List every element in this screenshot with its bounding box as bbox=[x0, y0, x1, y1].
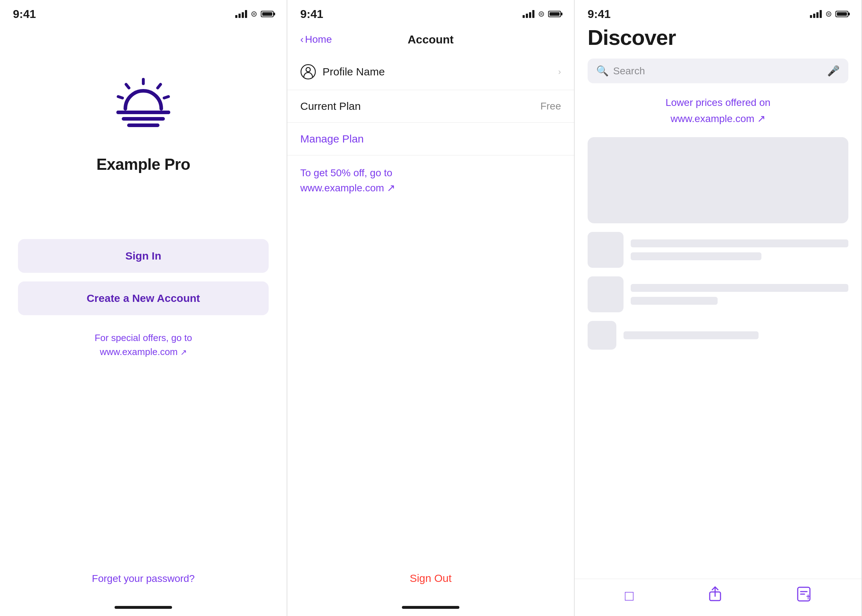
wifi-icon: ⊜ bbox=[825, 9, 832, 19]
external-link-icon: ↗ bbox=[387, 182, 395, 193]
search-bar[interactable]: 🔍 Search 🎤 bbox=[588, 58, 848, 83]
skeleton-thumbnail-sm bbox=[588, 321, 616, 350]
lower-prices-text: Lower prices offered onwww.example.com ↗ bbox=[665, 97, 771, 124]
current-plan-row: Current Plan Free bbox=[287, 90, 574, 123]
search-input[interactable]: Search bbox=[613, 65, 823, 77]
sign-out-button[interactable]: Sign Out bbox=[403, 565, 459, 592]
skeleton-line-short bbox=[631, 252, 761, 260]
skeleton-thumbnail bbox=[588, 277, 623, 312]
logo-container: Example Pro bbox=[96, 25, 190, 239]
login-screen: 9:41 ⊜ bbox=[0, 0, 287, 616]
signin-button[interactable]: Sign In bbox=[18, 239, 269, 273]
discover-screen: 9:41 ⊜ Discover 🔍 Search 🎤 Lower prices … bbox=[575, 0, 862, 616]
battery-icon bbox=[261, 11, 274, 17]
current-plan-value: Free bbox=[540, 101, 561, 112]
lower-prices-link[interactable]: Lower prices offered onwww.example.com ↗ bbox=[588, 95, 848, 127]
profile-name-label: Profile Name bbox=[322, 66, 385, 78]
svg-line-4 bbox=[118, 97, 123, 98]
status-icons: ⊜ bbox=[522, 9, 561, 19]
status-bar: 9:41 ⊜ bbox=[575, 0, 861, 25]
nav-back-button[interactable]: ‹ Home bbox=[300, 34, 332, 45]
profile-name-left: Profile Name bbox=[300, 64, 385, 80]
app-title: Example Pro bbox=[96, 156, 190, 173]
home-indicator bbox=[402, 606, 459, 609]
nav-back-label: Home bbox=[305, 34, 332, 45]
current-plan-label: Current Plan bbox=[300, 100, 360, 112]
person-icon bbox=[300, 64, 316, 80]
discount-section[interactable]: To get 50% off, go towww.example.com ↗ bbox=[287, 156, 574, 206]
login-content: Example Pro Sign In Create a New Account… bbox=[0, 25, 286, 616]
svg-point-11 bbox=[306, 68, 310, 72]
home-indicator bbox=[115, 606, 172, 609]
status-time: 9:41 bbox=[300, 8, 323, 21]
tab-bar: □ bbox=[575, 579, 861, 616]
nav-bar: ‹ Home Account bbox=[287, 25, 574, 54]
battery-icon bbox=[548, 11, 561, 17]
status-time: 9:41 bbox=[588, 8, 610, 21]
buttons-area: Sign In Create a New Account bbox=[18, 239, 269, 331]
special-offer-text: For special offers, go towww.example.com… bbox=[94, 332, 192, 357]
microphone-icon[interactable]: 🎤 bbox=[827, 65, 840, 77]
skeleton-lines bbox=[623, 332, 848, 339]
discover-content: Discover 🔍 Search 🎤 Lower prices offered… bbox=[575, 25, 861, 579]
app-logo bbox=[107, 77, 179, 141]
status-bar: 9:41 ⊜ bbox=[0, 0, 286, 25]
status-icons: ⊜ bbox=[235, 9, 274, 19]
skeleton-line-full bbox=[631, 239, 848, 247]
status-bar: 9:41 ⊜ bbox=[287, 0, 574, 25]
status-time: 9:41 bbox=[13, 8, 36, 21]
skeleton-thumbnail bbox=[588, 232, 623, 268]
svg-line-2 bbox=[126, 84, 129, 88]
skeleton-row-2 bbox=[588, 277, 848, 312]
skeleton-row-1 bbox=[588, 232, 848, 268]
skeleton-lines bbox=[631, 284, 848, 305]
skeleton-lines bbox=[631, 239, 848, 260]
discount-text: To get 50% off, go towww.example.com ↗ bbox=[300, 167, 395, 193]
account-list: Profile Name › Current Plan Free Manage … bbox=[287, 54, 574, 565]
external-link-icon: ↗ bbox=[180, 348, 187, 357]
skeleton-card-large bbox=[588, 137, 848, 223]
signal-icon bbox=[522, 10, 535, 18]
svg-line-3 bbox=[164, 97, 168, 98]
edit-tab-icon[interactable] bbox=[797, 586, 811, 605]
chevron-right-icon: › bbox=[558, 67, 561, 77]
forgot-password-text: Forget your password? bbox=[92, 573, 195, 584]
skeleton-line-shorter bbox=[631, 297, 717, 305]
wifi-icon: ⊜ bbox=[251, 9, 257, 19]
svg-line-1 bbox=[158, 84, 160, 88]
special-offer-link[interactable]: For special offers, go towww.example.com… bbox=[94, 331, 192, 359]
sign-out-area: Sign Out bbox=[287, 565, 574, 606]
forgot-password-link[interactable]: Forget your password? bbox=[92, 573, 195, 585]
nav-title: Account bbox=[407, 33, 454, 46]
account-screen: 9:41 ⊜ ‹ Home Account bbox=[287, 0, 575, 616]
battery-icon bbox=[835, 11, 848, 17]
external-link-icon: ↗ bbox=[757, 113, 765, 124]
skeleton-line-short bbox=[623, 332, 758, 339]
skeleton-line-full bbox=[631, 284, 848, 292]
skeleton-row-3 bbox=[588, 321, 848, 350]
manage-plan-label: Manage Plan bbox=[300, 133, 364, 145]
create-account-button[interactable]: Create a New Account bbox=[18, 281, 269, 315]
search-icon: 🔍 bbox=[596, 65, 609, 77]
share-tab-icon[interactable] bbox=[708, 586, 722, 605]
discover-title: Discover bbox=[588, 25, 848, 50]
status-icons: ⊜ bbox=[810, 9, 848, 19]
wifi-icon: ⊜ bbox=[538, 9, 544, 19]
signal-icon bbox=[235, 10, 247, 18]
scan-tab-icon[interactable]: □ bbox=[625, 588, 634, 604]
signal-icon bbox=[810, 10, 822, 18]
profile-name-row[interactable]: Profile Name › bbox=[287, 54, 574, 90]
manage-plan-row[interactable]: Manage Plan bbox=[287, 123, 574, 156]
chevron-left-icon: ‹ bbox=[300, 34, 304, 45]
